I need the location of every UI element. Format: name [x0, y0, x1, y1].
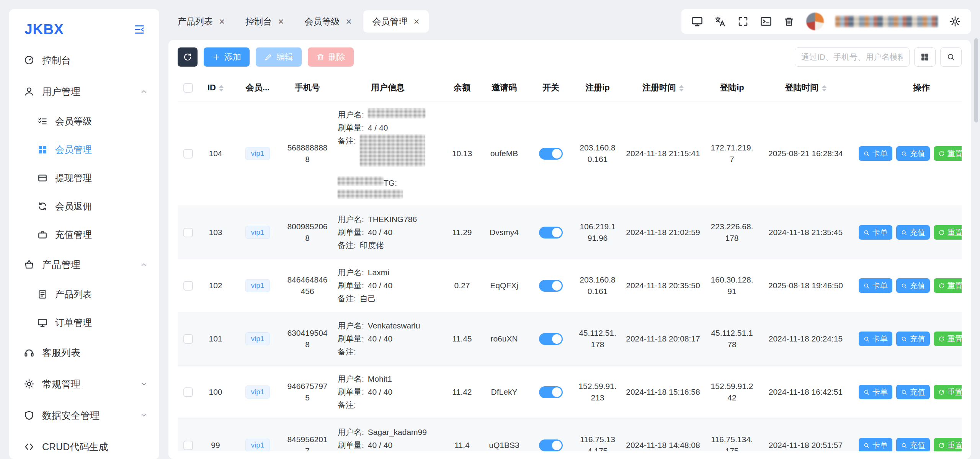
action-recharge-button[interactable]: 充值	[896, 278, 930, 293]
row-checkbox[interactable]	[183, 281, 193, 291]
tab-console[interactable]: 控制台×	[236, 10, 293, 33]
close-icon[interactable]: ×	[414, 16, 420, 26]
action-reset-order-button[interactable]: 重置订单	[934, 332, 962, 346]
action-card-order-button[interactable]: 卡单	[859, 332, 892, 346]
cell-balance: 11.4	[443, 419, 481, 452]
sidebar-item-crud-generator[interactable]: CRUD代码生成	[14, 431, 155, 459]
settings-gear-icon[interactable]	[949, 16, 961, 27]
column-header-reg-time[interactable]: 注册时间	[621, 74, 705, 101]
translate-icon[interactable]	[714, 16, 726, 27]
action-recharge-button[interactable]: 充值	[896, 385, 930, 399]
cell-balance: 11.45	[443, 312, 481, 366]
sidebar-item-member-management[interactable]: 会员管理	[14, 136, 155, 164]
select-all-checkbox[interactable]	[183, 83, 193, 93]
info-value: 40 / 40	[368, 226, 392, 239]
status-switch[interactable]	[539, 280, 563, 292]
row-checkbox[interactable]	[183, 334, 193, 344]
action-reset-order-button[interactable]: 重置订单	[934, 385, 962, 399]
column-header-login-time[interactable]: 登陆时间	[759, 74, 853, 101]
table-row: 100vip19466757975用户名:Mohit1刷单量:40 / 40备注…	[178, 366, 962, 419]
magnifier-icon	[863, 442, 870, 449]
action-recharge-button[interactable]: 充值	[896, 225, 930, 240]
action-reset-order-button[interactable]: 重置订单	[934, 225, 962, 240]
action-card-order-button[interactable]: 卡单	[859, 146, 892, 161]
action-card-order-button[interactable]: 卡单	[859, 385, 892, 399]
sidebar-item-data-security[interactable]: 数据安全管理	[14, 400, 155, 431]
sidebar-item-member-commission[interactable]: 会员返佣	[14, 192, 155, 221]
action-recharge-button[interactable]: 充值	[896, 146, 930, 161]
clear-cache-icon[interactable]	[783, 16, 795, 27]
status-switch[interactable]	[539, 227, 563, 238]
action-card-order-button[interactable]: 卡单	[859, 225, 892, 240]
sidebar-item-label: 用户管理	[42, 85, 80, 98]
add-button[interactable]: 添加	[204, 47, 250, 67]
column-header-label: 注册时间	[642, 83, 676, 92]
cell-switch	[528, 312, 574, 366]
sidebar-item-product-management[interactable]: 产品管理	[14, 249, 155, 280]
tab-member-level[interactable]: 会员等级×	[295, 10, 361, 33]
column-header-id[interactable]: ID	[198, 74, 233, 101]
sidebar-item-console[interactable]: 控制台	[14, 44, 155, 76]
search-input[interactable]	[795, 47, 910, 67]
cell-login-time: 2024-11-18 20:51:57	[759, 419, 853, 452]
status-switch[interactable]	[539, 333, 563, 345]
level-badge: vip1	[245, 332, 270, 346]
sidebar-item-user-management[interactable]: 用户管理	[14, 76, 155, 107]
info-value: Laxmi	[368, 266, 389, 279]
sidebar-item-order-management[interactable]: 订单管理	[14, 309, 155, 337]
row-checkbox[interactable]	[183, 387, 193, 397]
terminal-icon[interactable]	[760, 16, 772, 27]
sidebar-item-withdraw-management[interactable]: 提现管理	[14, 164, 155, 192]
column-header-phone: 手机号	[283, 74, 332, 101]
delete-button[interactable]: 删除	[308, 47, 354, 67]
action-reset-order-button[interactable]: 重置订单	[934, 278, 962, 293]
row-checkbox[interactable]	[183, 441, 193, 450]
close-icon[interactable]: ×	[346, 16, 351, 26]
edit-button[interactable]: 编辑	[256, 47, 302, 67]
row-checkbox[interactable]	[183, 149, 193, 158]
close-icon[interactable]: ×	[278, 16, 284, 26]
search-button[interactable]	[940, 47, 962, 67]
sort-icon[interactable]	[822, 85, 826, 91]
action-button-label: 重置订单	[947, 440, 962, 451]
sidebar-item-member-level[interactable]: 会员等级	[14, 107, 155, 136]
sidebar-submenu: 产品列表订单管理	[14, 280, 155, 337]
status-switch[interactable]	[539, 439, 563, 451]
action-recharge-button[interactable]: 充值	[896, 332, 930, 346]
user-icon	[24, 86, 34, 97]
sidebar-item-recharge-management[interactable]: 充值管理	[14, 221, 155, 249]
cell-register-ip: 116.75.134.175	[574, 419, 621, 452]
sidebar-menu: 控制台用户管理会员等级会员管理提现管理会员返佣充值管理产品管理产品列表订单管理客…	[14, 44, 155, 459]
action-card-order-button[interactable]: 卡单	[859, 438, 892, 451]
refresh-button[interactable]	[178, 47, 198, 67]
action-reset-order-button[interactable]: 重置订单	[934, 146, 962, 161]
main-area: 产品列表×控制台×会员等级×会员管理× 添加 编辑 删除	[168, 9, 971, 459]
column-settings-button[interactable]	[914, 47, 936, 67]
sidebar-item-service-list[interactable]: 客服列表	[14, 337, 155, 368]
collapse-sidebar-icon[interactable]	[133, 23, 145, 36]
sidebar: JKBX 控制台用户管理会员等级会员管理提现管理会员返佣充值管理产品管理产品列表…	[9, 9, 159, 459]
tab-member-management[interactable]: 会员管理×	[363, 10, 429, 33]
column-header-info: 用户信息	[332, 74, 443, 101]
avatar[interactable]	[806, 13, 824, 30]
action-card-order-button[interactable]: 卡单	[859, 278, 892, 293]
sidebar-item-product-list[interactable]: 产品列表	[14, 280, 155, 309]
gears-icon	[24, 379, 34, 389]
status-switch[interactable]	[539, 148, 563, 160]
sidebar-submenu: 会员等级会员管理提现管理会员返佣充值管理	[14, 107, 155, 249]
monitor-icon[interactable]	[691, 16, 703, 27]
action-recharge-button[interactable]: 充值	[896, 438, 930, 451]
action-reset-order-button[interactable]: 重置订单	[934, 438, 962, 451]
tab-product-list[interactable]: 产品列表×	[168, 10, 234, 33]
row-checkbox[interactable]	[183, 228, 193, 237]
page-scrollbar[interactable]	[974, 38, 978, 123]
cell-register-ip: 203.160.80.161	[574, 259, 621, 312]
cell-id: 99	[198, 419, 233, 452]
sidebar-item-general-management[interactable]: 常规管理	[14, 368, 155, 400]
fullscreen-icon[interactable]	[737, 16, 749, 27]
sort-icon[interactable]	[679, 85, 684, 91]
cell-register-time: 2024-11-18 14:48:08	[621, 419, 705, 452]
status-switch[interactable]	[539, 386, 563, 398]
sort-icon[interactable]	[219, 85, 224, 91]
close-icon[interactable]: ×	[219, 16, 225, 26]
